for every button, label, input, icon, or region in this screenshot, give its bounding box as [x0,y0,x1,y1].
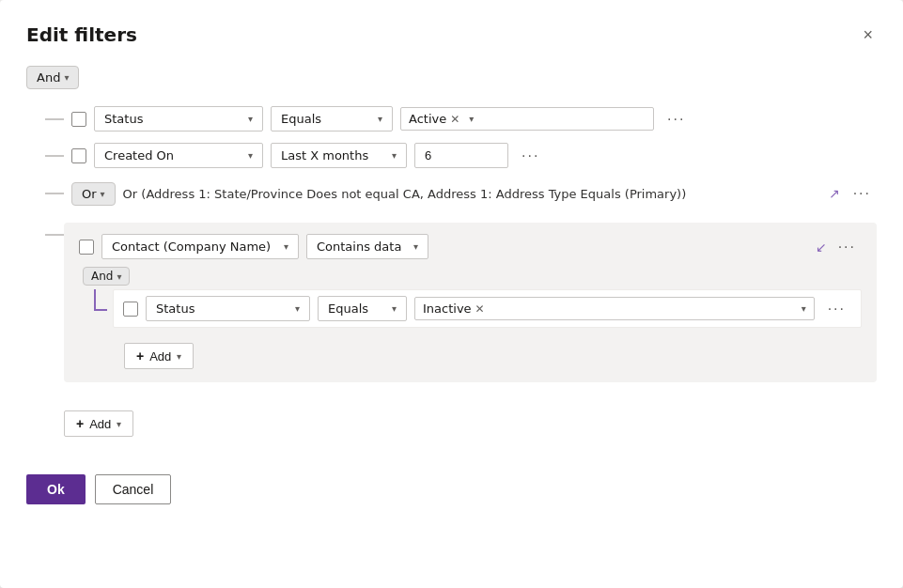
or-expand-icon[interactable]: ↗ [829,186,840,201]
nested-operator-select[interactable]: Contains data ▾ [306,234,428,259]
edit-filters-dialog: Edit filters × And ▾ Status ▾ Equals ▾ [0,0,903,588]
top-logic-chevron: ▾ [64,72,69,83]
close-button[interactable]: × [859,23,877,47]
inner-operator-select[interactable]: Equals ▾ [318,296,407,321]
dialog-header: Edit filters × [26,23,877,47]
row2-more-button[interactable]: ··· [516,144,545,168]
row1-tag-remove[interactable]: ✕ [450,114,459,125]
inner-value-field[interactable]: Inactive ✕ ▾ [414,297,815,320]
ok-button[interactable]: Ok [26,474,86,504]
row1-more-button[interactable]: ··· [662,107,691,132]
inner-and-pill[interactable]: And ▾ [83,267,130,286]
filter-row-status: Status ▾ Equals ▾ Active ✕ ▾ ··· [34,101,877,137]
nested-checkbox[interactable] [79,240,94,255]
inner-add-chevron: ▾ [177,351,181,362]
or-row-connector [34,193,64,194]
outer-add-container: + Add ▾ [64,403,877,437]
filter-row-createdon: Created On ▾ Last X months ▾ ··· [34,137,877,174]
inner-more-button[interactable]: ··· [822,297,851,321]
or-more-button[interactable]: ··· [848,181,877,206]
row-connector-2 [34,155,64,157]
inner-field-select[interactable]: Status ▾ [146,296,310,321]
nested-more-button[interactable]: ··· [833,235,862,259]
inner-row-checkbox[interactable] [123,302,138,317]
inner-add-button[interactable]: + Add ▾ [124,343,194,369]
dialog-footer: Ok Cancel [26,459,877,504]
inner-add-plus: + [136,348,144,364]
or-logic-chevron: ▾ [101,189,105,199]
nested-group-header: Contact (Company Name) ▾ Contains data ▾… [79,234,862,259]
nested-group: Contact (Company Name) ▾ Contains data ▾… [64,223,877,382]
inner-add-label: Add [149,349,171,364]
or-logic-label: Or [82,187,97,201]
row1-value-field[interactable]: Active ✕ ▾ [400,107,654,131]
row2-checkbox[interactable] [71,148,86,163]
outer-add-label: Add [89,417,111,431]
nested-field-select[interactable]: Contact (Company Name) ▾ [101,234,299,259]
dialog-title: Edit filters [26,23,137,46]
row2-value-input[interactable] [414,143,508,168]
outer-add-chevron: ▾ [117,419,121,429]
row1-checkbox[interactable] [71,112,86,127]
top-logic-pill[interactable]: And ▾ [26,66,79,89]
nested-group-actions: ↙ ··· [816,235,862,259]
top-logic-label: And [37,70,60,85]
or-group-text: Or (Address 1: State/Province Does not e… [123,187,821,201]
nested-collapse-icon[interactable]: ↙ [816,240,827,255]
outer-add-plus: + [76,416,84,431]
row2-field-select[interactable]: Created On ▾ [94,143,263,168]
inner-filter-area: And ▾ Statu [79,267,862,369]
row1-operator-select[interactable]: Equals ▾ [271,106,393,132]
inner-value-tag: Inactive ✕ [423,302,485,316]
inner-logic-pill: And ▾ [79,267,862,286]
cancel-button[interactable]: Cancel [95,474,172,504]
or-logic-pill[interactable]: Or ▾ [71,182,116,206]
outer-add-button[interactable]: + Add ▾ [64,410,133,437]
inner-filter-row: Status ▾ Equals ▾ Inactive ✕ [113,289,862,328]
row1-field-select[interactable]: Status ▾ [94,106,263,132]
or-group-row: Or ▾ Or (Address 1: State/Province Does … [34,174,877,213]
row2-operator-select[interactable]: Last X months ▾ [271,143,407,168]
row-connector-1 [34,118,64,120]
inner-tag-remove[interactable]: ✕ [475,303,485,315]
row1-value-tag: Active ✕ [409,112,459,126]
